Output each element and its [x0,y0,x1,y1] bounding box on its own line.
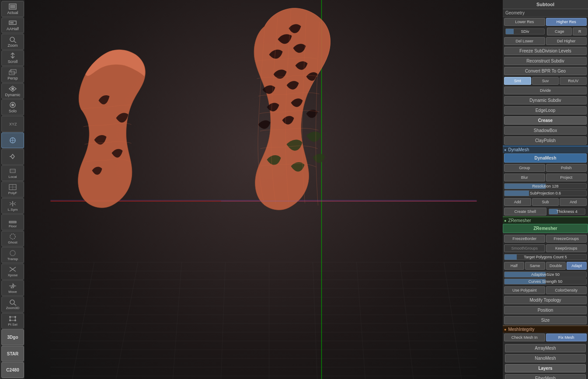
reconstruct-subdiv-btn[interactable]: Reconstruct Subdiv [504,57,587,65]
freezegroups-btn[interactable]: FreezeGroups [546,235,587,243]
persp-btn[interactable]: Persp [1,66,24,83]
svg-rect-1 [10,5,15,8]
array-mesh-btn[interactable]: ArrayMesh [505,344,586,352]
floor-btn[interactable]: Floor [1,214,24,230]
ptsel-btn[interactable]: Pt Sel [1,313,24,329]
xpose-label: Xpose [8,273,18,277]
solo-label: Solo [9,109,17,113]
bottom-items: ArrayMesh NanoMesh Layers FiberMesh [503,342,588,379]
group-btn[interactable]: Group [504,164,545,172]
convert-bpr-btn[interactable]: Convert BPR To Geo [504,67,587,75]
cage-btn[interactable]: Cage [547,28,572,35]
c2480-btn[interactable]: C2480 [1,362,24,378]
freezeborder-btn[interactable]: FreezeBorder [504,235,545,243]
svg-point-34 [14,316,16,318]
actual-label: Actual [7,10,18,15]
dynamic-subdiv-btn[interactable]: Dynamic Subdiv [504,96,587,104]
create-shell-btn[interactable]: Create Shell [504,208,546,216]
svg-rect-3 [10,22,14,24]
claypolish-btn[interactable]: ClayPolish [504,136,587,145]
resolution-slider[interactable]: Resolution 128 [504,183,587,189]
rouv-btn[interactable]: RoUV [560,77,587,85]
actual-btn[interactable]: Actual [1,1,24,17]
sdiv-slider[interactable]: SDiv [505,28,545,35]
higher-res-btn[interactable]: Higher Res [546,18,587,26]
freeze-subdiv-btn[interactable]: Freeze SubDivision Levels [504,47,587,55]
del-higher-btn[interactable]: Del Higher [546,37,587,45]
blur-btn[interactable]: Blur [504,174,545,181]
floor-label: Floor [9,224,17,228]
dynmesh-section-title: DynaMesh [508,147,529,152]
freeze-row: FreezeBorder FreezeGroups [503,234,588,243]
nano-mesh-btn[interactable]: NanoMesh [505,354,586,362]
svg-point-4 [10,37,14,42]
layers-btn[interactable]: Layers [505,364,586,372]
target-polygons-slider[interactable]: Target Polygons Count 5 [504,254,587,260]
lsym-btn[interactable]: L.Sym [1,198,24,214]
curves-strength-slider[interactable]: Curves Strength 50 [504,278,587,285]
svg-rect-24 [9,221,16,223]
aahalf-label: AAHalf [7,27,19,31]
res-row: Lower Res Higher Res [503,17,588,27]
xpose-btn[interactable]: Xpose [1,264,24,280]
group-polish-row: Group Polish [503,163,588,173]
fiber-mesh-btn[interactable]: FiberMesh [505,374,586,379]
fix-mesh-btn[interactable]: Fix Mesh [546,334,587,341]
c2480-label: C2480 [6,368,19,372]
solo-btn[interactable]: Solo [1,99,24,115]
shadowbox-btn[interactable]: ShadowBox [504,126,587,135]
zoom-btn[interactable]: Zoom [1,34,24,50]
crease-btn[interactable]: Crease [504,116,587,125]
dynamic-btn[interactable]: Dynamic [1,83,24,99]
sdiv-row: SDiv Cage R [503,27,588,36]
subprojection-slider[interactable]: SubProjection 0.6 [504,190,587,196]
zoom3d-btn[interactable]: Zoom3D [1,296,24,313]
thickness-slider[interactable]: Thickness 4 [549,209,586,215]
shell-thickness-row: Create Shell Thickness 4 [503,207,588,216]
r-btn[interactable]: R [573,28,587,35]
smoothgroups-btn[interactable]: SmoothGroups [504,244,545,252]
edgeloop-btn[interactable]: EdgeLoop [504,106,587,115]
aahalf-btn[interactable]: AAHalf [1,17,24,34]
del-lower-btn[interactable]: Del Lower [504,37,545,45]
half-btn[interactable]: Half [504,262,524,270]
polyf-btn[interactable]: PolyF [1,181,24,198]
local-btn[interactable]: Local [1,165,24,181]
scroll-btn[interactable]: Scroll [1,50,24,66]
ghost-btn[interactable]: Ghost [1,231,24,247]
color-density-btn[interactable]: ColorDensity [546,286,587,294]
use-polypaint-btn[interactable]: Use Polypaint [504,286,545,294]
dynmesh-main-btn[interactable]: DynaMesh [504,153,587,163]
add-btn[interactable]: Add [504,198,531,206]
move-btn[interactable]: Move [1,280,24,296]
project-btn[interactable]: Project [546,174,587,181]
divide-btn[interactable]: Divide [504,87,587,94]
lower-res-btn[interactable]: Lower Res [504,18,545,26]
keepgroups-btn[interactable]: KeepGroups [546,244,587,252]
snap-btn[interactable] [1,132,24,149]
mesh-integrity-section: ● MeshIntegrity Check Mesh In Fix Mesh [503,325,588,342]
modify-topology-btn[interactable]: Modify Topology [504,296,587,304]
3dgo-btn[interactable]: 3Dgo [1,329,24,345]
suv-btn[interactable]: Suv [532,77,559,85]
check-mesh-btn[interactable]: Check Mesh In [504,334,545,341]
zremesher-main-btn[interactable]: ZRemesher [503,224,588,233]
ref-btn[interactable] [1,149,24,165]
size-btn[interactable]: Size [504,316,587,324]
position-btn[interactable]: Position [504,306,587,314]
xyz-btn[interactable]: XYZ [1,116,24,132]
star-btn[interactable]: STAR [1,346,24,362]
svg-line-31 [14,304,16,306]
smt-btn[interactable]: Smt [504,77,531,85]
polish-btn[interactable]: Polish [546,164,587,172]
adaptive-size-slider[interactable]: AdaptiveSize 50 [504,271,587,278]
transp-btn[interactable]: Transp [1,247,24,263]
local-label: Local [8,175,17,179]
subtool-header: Subtool [503,0,588,9]
ptsel-label: Pt Sel [8,323,17,327]
adapt-btn[interactable]: Adapt [567,262,587,270]
same-btn[interactable]: Same [525,262,545,270]
and-btn[interactable]: And [560,198,587,206]
double-btn[interactable]: Double [546,262,566,270]
sub-btn[interactable]: Sub [532,198,559,206]
